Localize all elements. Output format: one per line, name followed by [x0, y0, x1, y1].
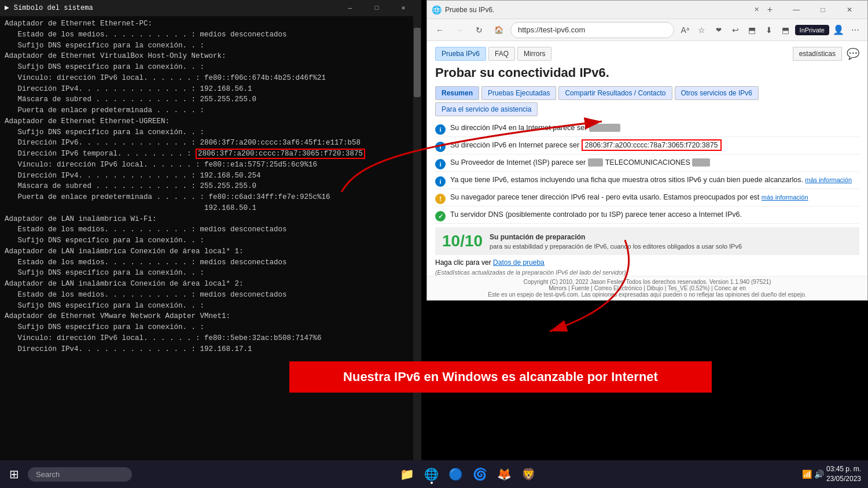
- taskbar: ⊞ 📁 🌐 🔵 🌀 🦊 🦁 📶 🔊 03:45 p. m. 23/05/2023: [0, 460, 868, 488]
- info-icon-1: i: [435, 142, 446, 152]
- info-rows: iSu dirección IPv4 en la Internet parece…: [435, 122, 859, 224]
- mas-info-link[interactable]: más información: [805, 176, 852, 183]
- forward-button[interactable]: →: [451, 22, 468, 38]
- inprivate-button[interactable]: InPrivate: [795, 25, 829, 35]
- datos-text: Haga clic para ver: [435, 258, 491, 267]
- cmd-window: ▶ Símbolo del sistema — □ ✕ Adaptador de…: [0, 0, 421, 488]
- cmd-line: Dirección IPv4. . . . . . . . . . . . . …: [5, 84, 417, 95]
- content-tabs-row: ResumenPruebas EjecutadasCompartir Resul…: [435, 86, 859, 116]
- cmd-line: Dirección IPv6. . . . . . . . . . . . . …: [5, 138, 417, 149]
- estadisticas-button[interactable]: estadísticas: [793, 47, 842, 61]
- cmd-controls: — □ ✕: [337, 0, 417, 16]
- info-icon-2: i: [435, 159, 446, 169]
- network-tray-icon: 📶: [802, 469, 812, 479]
- content-tab-4[interactable]: Para el servicio de asistencia: [435, 102, 538, 116]
- cmd-maximize-button[interactable]: □: [363, 0, 390, 16]
- cmd-line: Estado de los medios. . . . . . . . . . …: [5, 29, 417, 40]
- cmd-line: Sufijo DNS específico para la conexión. …: [5, 127, 417, 138]
- user-avatar[interactable]: 👤: [831, 23, 846, 38]
- screen-icon[interactable]: ⬒: [745, 23, 760, 38]
- tray-time-value: 03:45 p. m.: [826, 464, 861, 474]
- taskbar-icon-brave[interactable]: 🦁: [517, 463, 540, 486]
- taskbar-icon-files[interactable]: 📁: [396, 463, 419, 486]
- cmd-line: Máscara de subred . . . . . . . . . . . …: [5, 94, 417, 105]
- cmd-close-button[interactable]: ✕: [390, 0, 417, 16]
- info-row-2: iSu Proveedor de Internet (ISP) parece s…: [435, 157, 859, 172]
- cmd-scrollbar-thumb[interactable]: [414, 28, 421, 97]
- cmd-line: Adaptador de Ethernet VirtualBox Host-On…: [5, 51, 417, 62]
- cmd-scrollbar[interactable]: [413, 16, 421, 488]
- browser-footer: Copyright (C) 2010, 2022 Jason Fesler. T…: [427, 276, 867, 300]
- profile-icon[interactable]: ⬒: [778, 23, 793, 38]
- score-details: Su puntación de preparación para su esta…: [490, 233, 742, 250]
- site-nav-prueba[interactable]: Prueba IPv6: [435, 47, 486, 61]
- sound-tray-icon: 🔊: [814, 469, 824, 479]
- cmd-line: Vínculo: dirección IPv6 local. . . . . .…: [5, 333, 417, 344]
- cmd-line: Puerta de enlace predeterminada . . . . …: [5, 192, 417, 203]
- footer-copyright: Copyright (C) 2010, 2022 Jason Fesler. T…: [429, 279, 865, 285]
- estadisticas-note: (Estadísticas actualizadas de la prepara…: [435, 269, 859, 276]
- site-nav-faq[interactable]: FAQ: [488, 47, 515, 61]
- home-button[interactable]: 🏠: [491, 22, 507, 38]
- cmd-line: Sufijo DNS específico para la conexión. …: [5, 322, 417, 333]
- score-description: para su estabilidad y preparación de IPv…: [490, 243, 742, 250]
- taskbar-icon-firefox[interactable]: 🦊: [493, 463, 516, 486]
- tray-date-value: 23/05/2023: [826, 474, 861, 484]
- start-button[interactable]: ⊞: [2, 463, 25, 486]
- download-icon[interactable]: ⬇: [762, 23, 777, 38]
- back-button[interactable]: ←: [432, 22, 448, 38]
- start-icon: ⊞: [9, 467, 19, 481]
- taskbar-icon-edge[interactable]: 🌀: [469, 463, 492, 486]
- cmd-content: Adaptador de Ethernet Ethernet-PC: Estad…: [0, 16, 421, 488]
- browser-tab-title: Pruebe su IPv6.: [445, 6, 751, 14]
- mas-info-link[interactable]: más información: [762, 194, 808, 201]
- cmd-minimize-button[interactable]: —: [337, 0, 363, 16]
- cmd-line: Sufijo DNS específico para la conexión. …: [5, 301, 417, 312]
- footer-links: Mirrors | Fuente | Correo Electrónico | …: [429, 285, 865, 291]
- address-input[interactable]: [510, 22, 674, 38]
- menu-button[interactable]: ⋯: [848, 23, 863, 38]
- cmd-ipv6-highlight: 2806:3f7:a200:cccc:78a7:3065:f720:3875: [196, 149, 365, 159]
- score-value: 10/10: [442, 232, 483, 250]
- cmd-line: Vínculo: dirección IPv6 local. . . . . .…: [5, 160, 417, 171]
- taskbar-icon-chrome[interactable]: 🔵: [444, 463, 468, 486]
- cmd-line: Adaptador de Ethernet Ethernet-UGREEN:: [5, 116, 417, 127]
- tray-clock[interactable]: 03:45 p. m. 23/05/2023: [826, 464, 861, 484]
- content-tab-2[interactable]: Compartir Resultados / Contacto: [558, 86, 672, 100]
- content-tab-1[interactable]: Pruebas Ejecutadas: [481, 86, 556, 100]
- history-icon[interactable]: ↩: [728, 23, 743, 38]
- browser-minimize-button[interactable]: —: [783, 1, 810, 19]
- red-banner-text: Nuestra IPv6 en Windows es alcanzable po…: [343, 369, 658, 384]
- score-number: 10/10: [442, 232, 483, 250]
- browser-close-button[interactable]: ✕: [836, 1, 863, 19]
- taskbar-icon-browser1[interactable]: 🌐: [420, 463, 443, 486]
- cmd-icon: ▶: [5, 2, 9, 14]
- info-icon-5: ✓: [435, 211, 446, 221]
- page-title: Probar su conectividad IPv6.: [435, 65, 859, 80]
- browser-maximize-button[interactable]: □: [810, 1, 836, 19]
- browser-new-tab-icon[interactable]: +: [767, 5, 773, 15]
- browser-titlebar: 🌐 Pruebe su IPv6. ✕ + — □ ✕: [427, 1, 867, 19]
- content-tab-3[interactable]: Otros servicios de IPv6: [675, 86, 759, 100]
- refresh-button[interactable]: ↻: [471, 22, 487, 38]
- browser-window-controls: — □ ✕: [783, 1, 863, 19]
- bookmark-icon[interactable]: ❤: [711, 23, 726, 38]
- cmd-line: Sufijo DNS específico para la conexión. …: [5, 235, 417, 246]
- address-bar-row: ← → ↻ 🏠 Aᵃ ☆ ❤ ↩ ⬒ ⬇ ⬒ InPrivate 👤 ⋯: [427, 19, 867, 41]
- cmd-line: Puerta de enlace predeterminada . . . . …: [5, 105, 417, 116]
- taskbar-tray: 📶 🔊 03:45 p. m. 23/05/2023: [802, 464, 866, 484]
- info-icon-0: i: [435, 124, 446, 135]
- cmd-line: Adaptador de LAN inalámbrica Wi-Fi:: [5, 214, 417, 225]
- browser-tab-close-icon[interactable]: ✕: [754, 6, 759, 13]
- content-tab-0[interactable]: Resumen: [435, 86, 479, 100]
- cmd-line: Dirección IPv4. . . . . . . . . . . . . …: [5, 344, 417, 355]
- datos-link[interactable]: Datos de prueba: [493, 258, 545, 267]
- star-icon[interactable]: ☆: [694, 23, 709, 38]
- taskbar-search-input[interactable]: [28, 467, 132, 482]
- tray-icons: 📶 🔊: [802, 469, 824, 479]
- info-text-1: Su dirección IPv6 en Internet parece ser…: [450, 141, 859, 149]
- reading-icon[interactable]: Aᵃ: [678, 23, 693, 38]
- site-nav-mirrors[interactable]: Mirrors: [517, 47, 551, 61]
- info-icon-3: i: [435, 176, 446, 187]
- cmd-titlebar: ▶ Símbolo del sistema — □ ✕: [0, 0, 421, 16]
